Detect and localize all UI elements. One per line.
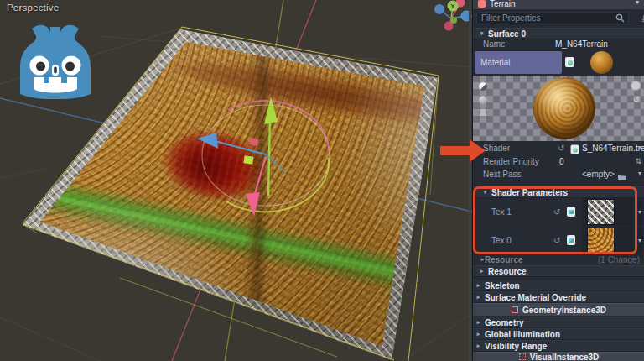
viewport-3d[interactable]: Perspective Y <box>0 0 472 361</box>
caret-collapsed-icon: ▸ <box>475 294 481 301</box>
godot-eye-right <box>65 62 75 71</box>
shader-file-icon <box>571 145 579 154</box>
panel-splitter[interactable] <box>469 0 471 361</box>
nav-axis-y-label: Y <box>451 3 455 9</box>
section-global-illumination[interactable]: ▸ Global Illumination <box>473 328 644 340</box>
gizmo-x-axis[interactable] <box>215 141 266 154</box>
shader-row: Shader ↺ S_N64Terrain.tre ▾ <box>473 144 644 156</box>
section-surface-material-override[interactable]: ▸ Surface Material Override <box>473 291 644 303</box>
godot-editor-window: Perspective Y Terrain ▾ <box>0 0 644 361</box>
inspector-panel: Terrain ▾ ⤓ ▾ Surface 0 Name M_N64Terrai… <box>472 0 644 361</box>
preview-rotate-icon[interactable]: ↺ <box>633 95 640 104</box>
shader-label: Shader <box>483 144 510 153</box>
gizmo-plane-handle-green[interactable] <box>243 155 253 164</box>
caret-collapsed-icon: ▸ <box>475 282 481 289</box>
section-visibility-range[interactable]: ▸ Visibility Range <box>473 340 644 352</box>
section-geometry-label: Geometry <box>485 318 524 327</box>
chevron-down-icon[interactable]: ▾ <box>638 170 641 177</box>
mesh-instance-icon <box>478 0 486 8</box>
section-skeleton[interactable]: ▸ Skeleton <box>473 280 644 291</box>
geometry-instance-icon <box>512 306 518 313</box>
chevron-down-icon[interactable]: ▾ <box>636 0 639 6</box>
render-priority-row: Render Priority 0 ⇅ <box>473 157 644 169</box>
material-label: Material <box>480 58 511 67</box>
category-geometry-instance-label: GeometryInstance3D <box>522 306 606 315</box>
material-preview-thumb[interactable] <box>590 51 613 74</box>
preview-light-toggle-icon[interactable] <box>479 82 487 91</box>
shader-value[interactable]: S_N64Terrain.tre <box>582 144 644 153</box>
annotation-highlight-rect <box>473 186 637 254</box>
section-global-illumination-label: Global Illumination <box>485 330 560 339</box>
material-preview-sphere <box>533 77 595 139</box>
name-row: Name M_N64Terrain <box>473 39 644 50</box>
material-row: Material <box>473 50 644 75</box>
gizmo-z-arrowhead[interactable] <box>246 192 260 217</box>
resource-inner-row[interactable]: ▸ Resource (1 Change) <box>473 254 644 265</box>
filter-row: ⤓ <box>473 11 644 26</box>
next-pass-label: Next Pass <box>483 170 522 179</box>
section-surface-material-override-label: Surface Material Override <box>485 293 586 302</box>
next-pass-row: Next Pass <empty> ▾ <box>473 170 644 182</box>
resource-inner-note: (1 Change) <box>598 255 640 264</box>
chevron-down-icon[interactable]: ▾ <box>638 237 641 244</box>
caret-expanded-icon: ▾ <box>479 30 485 37</box>
category-visual-instance-label: VisualInstance3D <box>530 353 600 361</box>
category-geometry-instance[interactable]: GeometryInstance3D <box>473 303 644 317</box>
godot-logo <box>12 18 99 99</box>
section-visibility-range-label: Visibility Range <box>485 342 547 351</box>
render-priority-label: Render Priority <box>483 157 539 166</box>
section-surface0-label: Surface 0 <box>488 29 526 39</box>
caret-collapsed-icon: ▸ <box>479 268 485 275</box>
category-visual-instance[interactable]: VisualInstance3D <box>473 352 644 361</box>
section-surface0[interactable]: ▾ Surface 0 <box>473 28 644 39</box>
gizmo-plane-handle-red[interactable] <box>249 138 258 146</box>
preview-box-shape-icon[interactable] <box>479 108 487 117</box>
preview-sphere-shape-icon[interactable] <box>479 96 487 104</box>
chevron-down-icon[interactable]: ▾ <box>638 144 641 151</box>
annotation-arrow-icon <box>439 138 486 165</box>
navigation-gizmo[interactable]: Y <box>429 0 472 45</box>
section-resource[interactable]: ▸ Resource <box>473 265 644 277</box>
resource-inner-label: Resource <box>485 255 523 264</box>
node-title: Terrain <box>490 0 516 8</box>
caret-collapsed-icon: ▸ <box>475 319 481 326</box>
godot-eye-left <box>36 62 45 71</box>
nav-center[interactable] <box>450 17 457 24</box>
name-value[interactable]: M_N64Terrain <box>555 39 608 49</box>
preview-environment-icon[interactable] <box>631 81 640 90</box>
section-geometry[interactable]: ▸ Geometry <box>473 317 644 328</box>
material-key-highlight[interactable]: Material <box>475 51 562 74</box>
section-skeleton-label: Skeleton <box>485 281 520 290</box>
material-preview-panel: ↺ <box>473 76 644 141</box>
render-priority-value[interactable]: 0 <box>559 157 564 166</box>
caret-collapsed-icon: ▸ <box>475 331 481 337</box>
revert-icon[interactable]: ↺ <box>558 144 564 153</box>
caret-collapsed-icon: ▸ <box>475 343 481 349</box>
nav-axis-z[interactable] <box>434 4 444 14</box>
next-pass-value[interactable]: <empty> <box>582 170 615 179</box>
visual-instance-icon <box>519 353 526 360</box>
filter-properties-input[interactable] <box>476 12 629 24</box>
name-label: Name <box>483 39 506 49</box>
chevron-down-icon[interactable]: ▾ <box>638 208 641 216</box>
shader-material-icon <box>565 57 574 67</box>
gizmo-z-axis[interactable] <box>254 156 266 196</box>
perspective-menu[interactable]: Perspective <box>7 3 59 13</box>
inspector-node-header[interactable]: Terrain ▾ <box>473 0 644 9</box>
spinner-icon[interactable]: ⇅ <box>635 157 641 165</box>
search-icon <box>615 13 625 23</box>
section-resource-label: Resource <box>488 267 527 276</box>
folder-icon[interactable] <box>617 172 627 180</box>
